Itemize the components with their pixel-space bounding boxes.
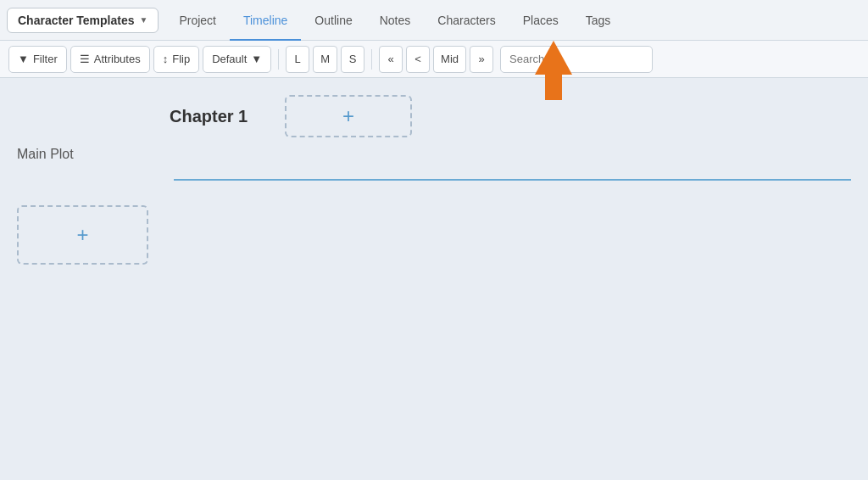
timeline-area: Chapter 1 +	[161, 95, 851, 463]
nav-first-button[interactable]: «	[379, 46, 403, 73]
add-plot-icon: +	[76, 223, 88, 247]
tab-characters[interactable]: Characters	[424, 1, 509, 41]
size-m-button[interactable]: M	[313, 46, 337, 73]
toolbar: ▼ Filter ☰ Attributes ↕ Flip Default ▼ L…	[0, 41, 868, 78]
divider-1	[278, 49, 279, 70]
search-input[interactable]	[500, 46, 653, 73]
tab-timeline[interactable]: Timeline	[230, 1, 301, 41]
chapter-title: Chapter 1	[170, 107, 271, 126]
tab-places[interactable]: Places	[509, 1, 572, 41]
app-title-button[interactable]: Character Templates ▼	[7, 8, 159, 33]
nav-next-button[interactable]: »	[470, 46, 493, 73]
size-s-button[interactable]: S	[341, 46, 364, 73]
tab-notes[interactable]: Notes	[366, 1, 425, 41]
divider-2	[371, 49, 372, 70]
flip-label: Flip	[172, 53, 190, 65]
plot-line	[174, 179, 851, 181]
nav-tabs: Project Timeline Outline Notes Character…	[165, 0, 624, 40]
plot-label: Main Plot	[17, 95, 161, 154]
tab-outline[interactable]: Outline	[301, 1, 365, 41]
nav-prev-button[interactable]: <	[406, 46, 430, 73]
attributes-label: Attributes	[94, 53, 141, 65]
top-nav: Character Templates ▼ Project Timeline O…	[0, 0, 868, 41]
attributes-icon: ☰	[80, 53, 90, 65]
attributes-button[interactable]: ☰ Attributes	[70, 46, 150, 73]
tab-tags[interactable]: Tags	[572, 1, 625, 41]
app-title-label: Character Templates	[18, 14, 134, 27]
default-label: Default	[212, 53, 247, 65]
left-panel: Main Plot +	[17, 95, 161, 463]
filter-button[interactable]: ▼ Filter	[8, 46, 67, 73]
nav-mid-button[interactable]: Mid	[433, 46, 466, 73]
filter-icon: ▼	[18, 53, 29, 65]
add-plot-button[interactable]: +	[17, 205, 148, 265]
main-content: Main Plot + Chapter 1 +	[0, 78, 868, 480]
default-chevron: ▼	[251, 53, 262, 65]
add-scene-button[interactable]: +	[285, 95, 412, 137]
filter-label: Filter	[33, 53, 58, 65]
size-l-button[interactable]: L	[286, 46, 309, 73]
chapter-header: Chapter 1 +	[170, 95, 851, 137]
flip-icon: ↕	[163, 53, 169, 65]
app-title-chevron: ▼	[139, 15, 147, 25]
flip-button[interactable]: ↕ Flip	[153, 46, 199, 73]
default-button[interactable]: Default ▼	[203, 46, 271, 73]
plot-track	[170, 154, 851, 205]
add-scene-icon: +	[342, 104, 354, 128]
tab-project[interactable]: Project	[165, 1, 230, 41]
